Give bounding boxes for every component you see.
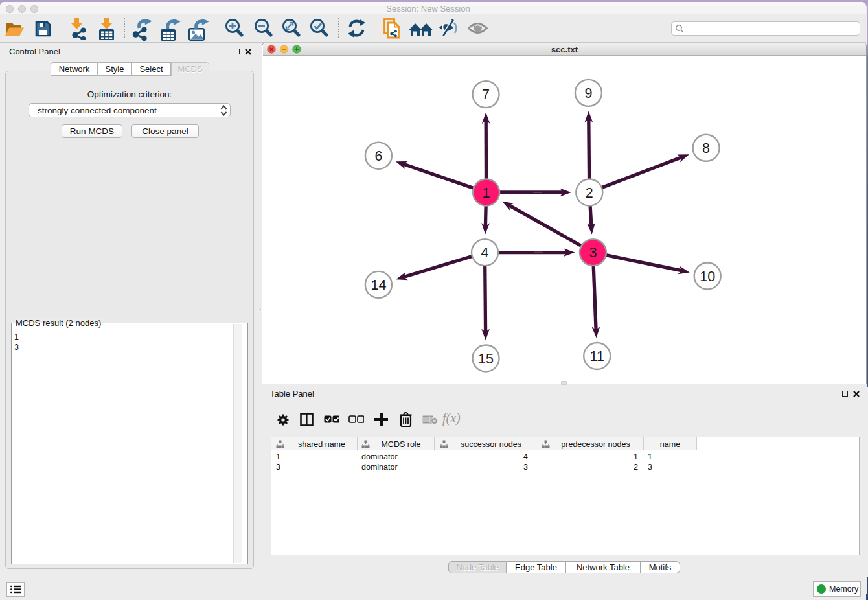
svg-text:1: 1 — [483, 185, 490, 201]
svg-text:3: 3 — [589, 245, 597, 260]
svg-text:15: 15 — [478, 351, 494, 367]
svg-text:14: 14 — [371, 277, 386, 293]
svg-text:6: 6 — [374, 148, 382, 164]
svg-text:8: 8 — [702, 141, 710, 156]
svg-text:10: 10 — [700, 269, 715, 284]
svg-text:4: 4 — [481, 245, 489, 260]
svg-text:11: 11 — [590, 349, 604, 364]
svg-text:7: 7 — [482, 87, 490, 102]
svg-text:9: 9 — [584, 86, 592, 101]
svg-text:2: 2 — [586, 185, 593, 201]
